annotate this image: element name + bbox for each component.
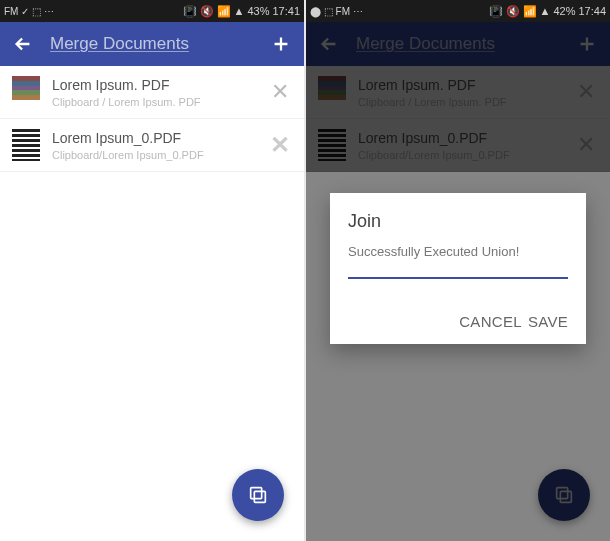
save-button[interactable]: SAVE [528, 313, 568, 330]
status-left: ⬤ ⬚ FM ⋯ [310, 6, 363, 17]
add-file-button[interactable] [270, 33, 292, 55]
vibrate-icon: 📳 [183, 5, 197, 18]
file-name: Lorem Ipsum_0.PDF [52, 130, 256, 146]
status-left: FM ✓ ⬚ ⋯ [4, 6, 54, 17]
app-bar: Merge Documents [0, 22, 304, 66]
join-dialog: Join Successfully Executed Union! CANCEL… [330, 193, 586, 344]
pdf-thumb-icon [12, 76, 40, 108]
signal-icon: ▲ [234, 5, 245, 17]
status-bar: ⬤ ⬚ FM ⋯ 📳 🔇 📶 ▲ 42% 17:44 [306, 0, 610, 22]
back-button[interactable] [12, 33, 34, 55]
mute-icon: 🔇 [506, 5, 520, 18]
cancel-button[interactable]: CANCEL [459, 313, 522, 330]
dialog-message: Successfully Executed Union! [348, 244, 568, 259]
signal-icon: ▲ [540, 5, 551, 17]
status-right: 📳 🔇 📶 ▲ 43% 17:41 [183, 5, 300, 18]
pdf-thumb-icon [12, 129, 40, 161]
clock-time: 17:44 [578, 5, 606, 17]
file-path: Clipboard/Lorem Ipsum_0.PDF [52, 149, 256, 161]
file-item[interactable]: Lorem Ipsum. PDF Clipboard / Lorem Ipsum… [0, 66, 304, 119]
status-right: 📳 🔇 📶 ▲ 42% 17:44 [489, 5, 606, 18]
remove-file-button[interactable]: ✕ [268, 131, 292, 159]
app-bar-title: Merge Documents [50, 34, 254, 54]
status-left-text: ⬤ ⬚ FM ⋯ [310, 6, 363, 17]
wifi-icon: 📶 [217, 5, 231, 18]
file-list: Lorem Ipsum. PDF Clipboard / Lorem Ipsum… [0, 66, 304, 172]
file-info: Lorem Ipsum. PDF Clipboard / Lorem Ipsum… [52, 77, 256, 108]
battery-percent: 42% [553, 5, 575, 17]
wifi-icon: 📶 [523, 5, 537, 18]
clock-time: 17:41 [272, 5, 300, 17]
mute-icon: 🔇 [200, 5, 214, 18]
merge-fab-button[interactable] [232, 469, 284, 521]
phone-screen-left: FM ✓ ⬚ ⋯ 📳 🔇 📶 ▲ 43% 17:41 Merge Documen… [0, 0, 304, 541]
file-item[interactable]: Lorem Ipsum_0.PDF Clipboard/Lorem Ipsum_… [0, 119, 304, 172]
file-path: Clipboard / Lorem Ipsum. PDF [52, 96, 256, 108]
remove-file-button[interactable]: ✕ [268, 79, 292, 105]
file-info: Lorem Ipsum_0.PDF Clipboard/Lorem Ipsum_… [52, 130, 256, 161]
phone-screen-right: ⬤ ⬚ FM ⋯ 📳 🔇 📶 ▲ 42% 17:44 Merge Documen… [306, 0, 610, 541]
status-left-text: FM ✓ ⬚ ⋯ [4, 6, 54, 17]
svg-rect-0 [251, 488, 262, 499]
svg-rect-1 [254, 491, 265, 502]
dialog-actions: CANCEL SAVE [348, 313, 568, 330]
dialog-title: Join [348, 211, 568, 232]
battery-percent: 43% [247, 5, 269, 17]
dialog-input[interactable] [348, 277, 568, 279]
status-bar: FM ✓ ⬚ ⋯ 📳 🔇 📶 ▲ 43% 17:41 [0, 0, 304, 22]
vibrate-icon: 📳 [489, 5, 503, 18]
file-name: Lorem Ipsum. PDF [52, 77, 256, 93]
